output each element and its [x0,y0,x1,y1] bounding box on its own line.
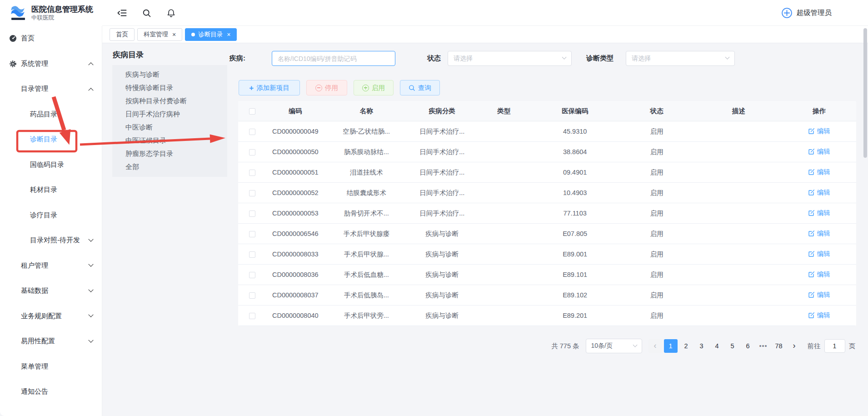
tab-首页[interactable]: 首页 [110,28,135,41]
edit-button[interactable]: 编辑 [808,270,830,279]
sidebar-item-基础数据[interactable]: 基础数据 [0,278,102,304]
edit-button[interactable]: 编辑 [808,209,830,217]
edit-button[interactable]: 编辑 [808,168,830,176]
edit-label: 编辑 [817,127,830,135]
select-all-checkbox[interactable] [249,108,255,115]
page-size-select[interactable]: 10条/页 [586,339,642,353]
actions-cell: 编辑 [782,229,856,238]
edit-button[interactable]: 编辑 [808,229,830,238]
row-checkbox[interactable] [249,170,255,176]
actions-cell: 编辑 [782,250,856,259]
actions-cell: 编辑 [782,209,856,218]
page-button-2[interactable]: 2 [679,339,693,353]
edit-button[interactable]: 编辑 [808,311,830,320]
next-page-button[interactable]: › [788,339,801,353]
insurance-code-cell: 38.8604 [532,148,618,155]
code-cell: CD0000000051 [266,169,324,176]
sidebar-item-易用性配置[interactable]: 易用性配置 [0,329,102,354]
chevron-down-icon [88,262,93,267]
tab-label: 诊断目录 [198,30,223,39]
sidebar-item-业务规则配置[interactable]: 业务规则配置 [0,304,102,329]
row-checkbox[interactable] [249,211,255,217]
row-checkbox[interactable] [249,292,255,299]
edit-button[interactable]: 编辑 [808,250,830,258]
bell-icon[interactable] [167,9,175,18]
sidebar-item-label: 首页 [21,34,35,43]
sidebar-item-目录对照-待开发[interactable]: 目录对照-待开发 [0,228,102,253]
sidebar-item-label: 通知公告 [21,387,48,396]
close-icon[interactable]: × [227,31,230,38]
name-cell: 手术后甲状腺瘘 [324,230,408,238]
disease-catalog-title: 疾病目录 [113,50,144,60]
sidebar-item-目录管理[interactable]: 目录管理 [0,76,102,102]
row-checkbox[interactable] [249,129,255,135]
prev-page-button[interactable]: ‹ [649,339,662,353]
insurance-code-cell: E89.201 [532,312,618,319]
code-cell: CD0000000049 [266,128,324,135]
vertical-scrollbar[interactable] [863,28,867,158]
query-button[interactable]: 查询 [400,80,440,95]
disease-nav-按病种目录付费诊断[interactable]: 按病种目录付费诊断 [112,94,227,107]
page-button-3[interactable]: 3 [695,339,708,353]
edit-button[interactable]: 编辑 [808,291,830,299]
edit-button[interactable]: 编辑 [808,188,830,197]
page-button-6[interactable]: 6 [741,339,755,353]
diagnosis-type-select[interactable]: 请选择 [626,51,735,66]
search-icon[interactable] [142,9,151,18]
page-button-4[interactable]: 4 [710,339,724,353]
page-button-78[interactable]: 78 [772,339,786,353]
disease-search-input[interactable] [272,51,395,66]
sidebar-item-国临码目录[interactable]: 国临码目录 [0,152,102,178]
disease-nav-中医诊断[interactable]: 中医诊断 [112,120,227,134]
sidebar-item-药品目录[interactable]: 药品目录 [0,102,102,127]
enable-button[interactable]: 启用 [354,80,394,95]
name-cell: 手术后甲状腺... [324,250,408,259]
page-button-1[interactable]: 1 [664,339,678,353]
edit-button[interactable]: 编辑 [808,127,830,135]
sidebar-item-菜单管理[interactable]: 菜单管理 [0,354,102,380]
disease-nav-中医证候目录[interactable]: 中医证候目录 [112,134,227,147]
row-checkbox[interactable] [249,272,255,278]
sidebar-item-租户管理[interactable]: 租户管理 [0,253,102,279]
tab-科室管理[interactable]: 科室管理× [137,28,182,41]
sidebar-item-通知公告[interactable]: 通知公告 [0,379,102,405]
disease-nav-疾病与诊断[interactable]: 疾病与诊断 [112,68,227,81]
goto-page: 前往页 [808,339,856,353]
page-button-5[interactable]: 5 [726,339,739,353]
sidebar-fold-icon[interactable] [117,9,127,17]
disease-nav-日间手术治疗病种[interactable]: 日间手术治疗病种 [112,107,227,120]
row-checkbox[interactable] [249,149,255,155]
insurance-code-cell: E07.805 [532,230,618,237]
edit-icon [808,128,815,135]
status-filter-label: 状态 [427,54,441,63]
insurance-code-cell: E89.102 [532,291,618,299]
row-checkbox[interactable] [249,251,255,258]
active-tab-dot [191,33,195,36]
close-icon[interactable]: × [172,31,176,38]
sidebar-item-系统管理[interactable]: 系统管理 [0,51,102,77]
insurance-code-cell: 45.9310 [532,128,618,135]
row-checkbox[interactable] [249,231,255,237]
goto-page-input[interactable] [824,339,845,353]
status-cell: 启用 [618,189,695,197]
disease-nav-肿瘤形态学目录[interactable]: 肿瘤形态学目录 [112,147,227,160]
row-checkbox[interactable] [249,313,255,319]
page-size-value: 10条/页 [591,342,613,350]
sidebar-item-耗材目录[interactable]: 耗材目录 [0,177,102,203]
disease-nav-特慢病诊断目录[interactable]: 特慢病诊断目录 [112,81,227,94]
sidebar-item-诊断目录[interactable]: 诊断目录 [0,127,102,152]
disease-nav-全部[interactable]: 全部 [112,160,227,173]
status-select[interactable]: 请选择 [448,51,572,66]
tab-诊断目录[interactable]: 诊断目录× [185,28,237,41]
add-item-button[interactable]: + 添加新项目 [239,80,300,95]
table-row: CD0000008036手术后低血糖...疾病与诊断E89.101启用编辑 [238,265,856,285]
sidebar-item-诊疗目录[interactable]: 诊疗目录 [0,203,102,228]
row-checkbox[interactable] [249,190,255,196]
sidebar-item-首页[interactable]: 首页 [0,26,102,51]
disable-button[interactable]: 停用 [306,80,347,95]
status-cell: 启用 [618,311,695,320]
name-cell: 泪道挂线术 [324,168,408,177]
edit-button[interactable]: 编辑 [808,147,830,156]
user-menu[interactable]: 超级管理员 [781,0,832,26]
edit-label: 编辑 [817,147,830,156]
